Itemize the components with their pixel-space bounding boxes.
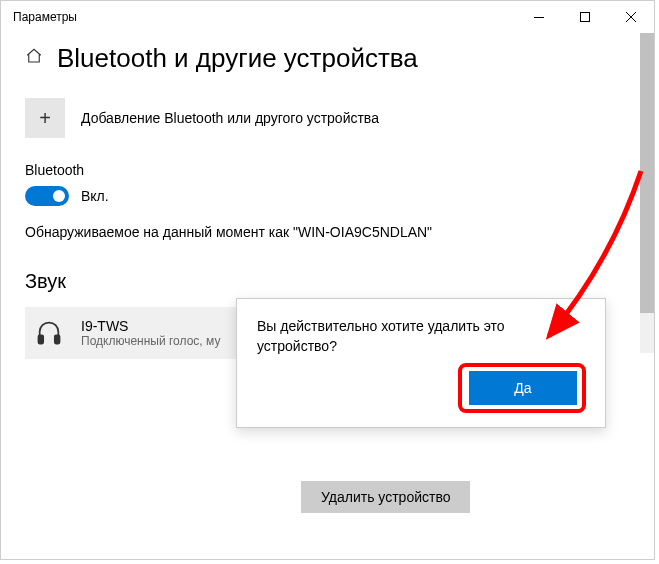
content-area: Bluetooth и другие устройства + Добавлен… xyxy=(1,33,654,559)
page-header: Bluetooth и другие устройства xyxy=(25,43,630,74)
add-device-button[interactable]: + Добавление Bluetooth или другого устро… xyxy=(25,98,630,138)
svg-rect-1 xyxy=(581,13,590,22)
confirm-yes-button[interactable]: Да xyxy=(469,371,577,405)
window-controls xyxy=(516,1,654,33)
window-title: Параметры xyxy=(13,10,77,24)
headphones-icon xyxy=(33,317,65,349)
bluetooth-toggle-label: Вкл. xyxy=(81,188,109,204)
bluetooth-section-label: Bluetooth xyxy=(25,162,630,178)
confirm-dialog: Вы действительно хотите удалить это устр… xyxy=(236,298,606,428)
titlebar: Параметры xyxy=(1,1,654,33)
bluetooth-toggle[interactable] xyxy=(25,186,69,206)
svg-rect-5 xyxy=(55,335,60,343)
page-title: Bluetooth и другие устройства xyxy=(57,43,418,74)
device-status: Подключенный голос, му xyxy=(81,334,220,348)
maximize-button[interactable] xyxy=(562,1,608,33)
minimize-button[interactable] xyxy=(516,1,562,33)
settings-window: Параметры Bluetooth и другие устройства xyxy=(0,0,655,560)
close-button[interactable] xyxy=(608,1,654,33)
sound-heading: Звук xyxy=(25,270,630,293)
svg-rect-0 xyxy=(534,17,544,18)
home-icon[interactable] xyxy=(25,47,43,70)
toggle-knob xyxy=(53,190,65,202)
plus-icon: + xyxy=(25,98,65,138)
add-device-label: Добавление Bluetooth или другого устройс… xyxy=(81,110,379,126)
device-info: I9-TWS Подключенный голос, му xyxy=(81,318,220,348)
device-name: I9-TWS xyxy=(81,318,220,334)
confirm-message: Вы действительно хотите удалить это устр… xyxy=(257,317,585,356)
remove-device-button[interactable]: Удалить устройство xyxy=(301,481,470,513)
svg-rect-4 xyxy=(39,335,44,343)
discoverable-text: Обнаруживаемое на данный момент как "WIN… xyxy=(25,224,630,240)
bluetooth-toggle-row: Вкл. xyxy=(25,186,630,206)
